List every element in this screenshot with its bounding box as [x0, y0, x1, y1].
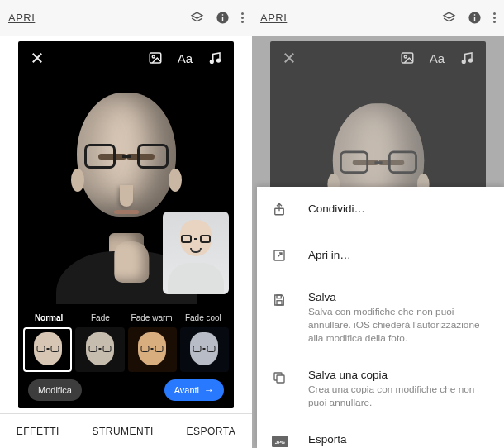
close-icon — [282, 50, 297, 65]
arrow-right-icon: → — [204, 384, 214, 396]
more-icon[interactable] — [241, 12, 244, 23]
copy-icon — [272, 370, 288, 388]
sheet-save-desc: Salva con modifiche che non puoi annulla… — [308, 306, 489, 346]
jpg-icon: JPG — [272, 435, 288, 448]
sheet-export-title: Esporta — [308, 433, 489, 446]
svg-rect-2 — [222, 14, 223, 15]
export-sheet: Condividi… Apri in… Salva Salva con modi… — [257, 187, 504, 448]
text-icon: Aa — [430, 51, 445, 65]
filter-strip: Normal Fade Fade warm Fade cool — [18, 310, 234, 372]
tab-export[interactable]: ESPORTA — [186, 426, 235, 437]
sheet-open-in-label: Apri in… — [308, 249, 489, 261]
svg-text:JPG: JPG — [275, 438, 286, 444]
app-bar: APRI — [252, 0, 504, 36]
sheet-open-in[interactable]: Apri in… — [257, 233, 504, 279]
music-icon[interactable] — [207, 50, 222, 65]
svg-rect-1 — [222, 17, 223, 21]
filter-label-fade-warm: Fade warm — [126, 310, 178, 327]
more-icon[interactable] — [493, 12, 496, 23]
image-icon — [400, 50, 415, 65]
svg-rect-16 — [277, 295, 281, 298]
filter-label-fade-cool: Fade cool — [178, 310, 229, 327]
svg-point-5 — [210, 60, 213, 64]
svg-point-4 — [152, 55, 155, 58]
svg-point-13 — [469, 59, 473, 62]
sheet-save-copy[interactable]: Salva una copia Crea una copia con modif… — [257, 357, 504, 422]
modify-button[interactable]: Modifica — [28, 379, 82, 401]
svg-point-6 — [217, 59, 221, 62]
sheet-export[interactable]: JPG Esporta Crea una copia con modifiche… — [257, 422, 504, 448]
app-bar: APRI — [0, 0, 252, 36]
layers-icon[interactable] — [442, 11, 456, 25]
svg-rect-9 — [474, 14, 475, 15]
svg-rect-8 — [474, 17, 475, 21]
photo-canvas[interactable] — [18, 78, 234, 304]
filter-label-normal: Normal — [23, 310, 74, 327]
tab-effects[interactable]: EFFETTI — [17, 426, 59, 437]
svg-point-12 — [462, 60, 465, 64]
svg-rect-18 — [277, 375, 284, 383]
tab-tools[interactable]: STRUMENTI — [92, 426, 154, 437]
next-button[interactable]: Avanti → — [164, 379, 224, 401]
music-icon — [459, 50, 474, 65]
layers-icon[interactable] — [190, 11, 204, 25]
filter-thumb-normal[interactable] — [23, 327, 72, 372]
close-icon[interactable] — [30, 50, 45, 65]
sheet-save[interactable]: Salva Salva con modifiche che non puoi a… — [257, 279, 504, 357]
open-button[interactable]: APRI — [8, 12, 35, 24]
filter-label-fade: Fade — [74, 310, 126, 327]
sheet-save-copy-desc: Crea una copia con modifiche che non puo… — [308, 384, 489, 410]
open-button[interactable]: APRI — [260, 12, 287, 24]
info-icon[interactable] — [216, 11, 230, 25]
filter-thumb-fade[interactable] — [75, 327, 124, 372]
svg-rect-3 — [150, 53, 161, 63]
sheet-save-title: Salva — [308, 291, 489, 303]
share-icon — [272, 202, 288, 220]
text-icon[interactable]: Aa — [178, 51, 193, 65]
picture-in-picture[interactable] — [163, 212, 229, 294]
svg-rect-17 — [277, 301, 282, 305]
open-in-icon — [272, 248, 288, 266]
sheet-share[interactable]: Condividi… — [257, 187, 504, 233]
image-icon[interactable] — [148, 50, 163, 65]
filter-thumb-fade-warm[interactable] — [128, 327, 177, 372]
sheet-save-copy-title: Salva una copia — [308, 369, 489, 381]
filter-thumb-fade-cool[interactable] — [180, 327, 229, 372]
save-icon — [272, 293, 288, 311]
next-button-label: Avanti — [174, 385, 199, 395]
editor-panel: Aa — [18, 41, 234, 408]
svg-point-11 — [404, 55, 407, 58]
sheet-share-label: Condividi… — [308, 203, 489, 215]
info-icon[interactable] — [468, 11, 482, 25]
footer-tabs: EFFETTI STRUMENTI ESPORTA — [0, 413, 252, 448]
svg-rect-10 — [402, 53, 413, 63]
